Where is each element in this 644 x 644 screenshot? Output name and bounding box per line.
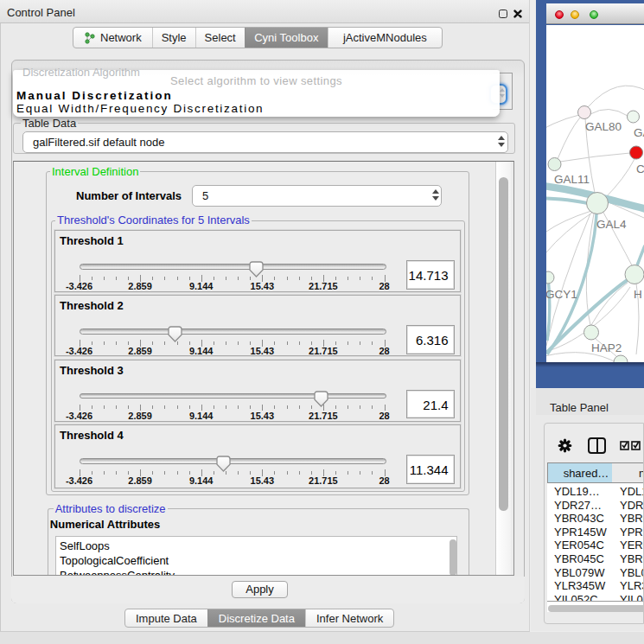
- svg-text:HAP2: HAP2: [591, 341, 622, 354]
- svg-text:GCY1: GCY1: [546, 288, 577, 301]
- svg-text:GAL4: GAL4: [596, 218, 627, 231]
- svg-text:GA: GA: [634, 126, 644, 139]
- svg-text:C: C: [636, 163, 644, 175]
- svg-text:GAL80: GAL80: [585, 120, 622, 133]
- svg-text:H: H: [634, 288, 642, 301]
- svg-text:GAL11: GAL11: [554, 173, 590, 186]
